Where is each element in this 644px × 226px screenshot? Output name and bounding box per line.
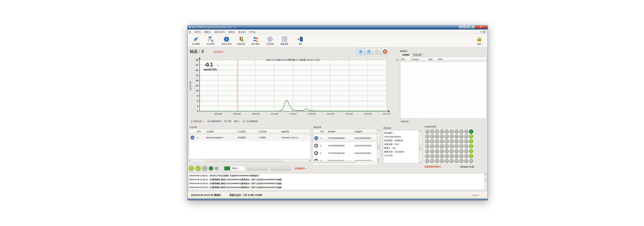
settings-chart-tool[interactable]: 设置 xyxy=(223,119,233,123)
event-log[interactable]: 2018-04-08 14:25:21：[5/02411706]方法操作 方法[… xyxy=(189,173,487,190)
well-D2[interactable]: D2 xyxy=(454,134,458,139)
close-run-button[interactable] xyxy=(382,48,389,55)
well-C6[interactable]: C6 xyxy=(459,154,464,158)
well-J2[interactable]: J2 xyxy=(425,134,429,139)
exit-button[interactable]: 退出 xyxy=(293,35,308,47)
well-G4[interactable]: G4 xyxy=(440,144,444,148)
mdi-minimize-button[interactable] xyxy=(480,32,482,32)
well-J4[interactable]: J4 xyxy=(425,144,429,148)
menu-item-settings[interactable]: 设置(S) xyxy=(226,30,236,34)
well-D7[interactable]: D7 xyxy=(454,159,458,163)
menu-item-file[interactable]: 文件(F) xyxy=(192,30,202,34)
stop-acquire-chart-tool[interactable]: 停止获取数据 xyxy=(241,119,259,123)
well-E2[interactable]: E2 xyxy=(450,134,454,139)
stop-run-button[interactable] xyxy=(357,48,365,55)
well-F4[interactable]: F4 xyxy=(445,144,449,148)
method-row[interactable]: 1ME201804080037样品测试TC测试2018/4/8 14:25:12 xyxy=(189,134,311,141)
well-J7[interactable]: J7 xyxy=(425,159,429,163)
well-A3[interactable]: A3 xyxy=(469,139,473,143)
well-A5[interactable]: A5 xyxy=(469,149,473,153)
menu-item-about[interactable]: 关于(A) xyxy=(247,30,258,34)
well-I5[interactable]: I5 xyxy=(430,149,434,153)
test-list-table[interactable]: 序号测试编号样品编号 1TS201804080098SA201803280001… xyxy=(313,129,377,161)
well-B5[interactable]: B5 xyxy=(464,149,468,153)
data-view-chart-tool[interactable]: 数据查看(D) xyxy=(206,119,223,123)
well-J3[interactable]: J3 xyxy=(425,139,429,143)
current-test-table[interactable]: 序号TC(mg/L)状态时间 xyxy=(400,57,487,119)
well-G6[interactable]: G6 xyxy=(440,154,444,158)
well-C7[interactable]: C7 xyxy=(459,159,464,163)
maximize-button[interactable] xyxy=(467,25,475,29)
well-A1[interactable]: A1 xyxy=(469,129,473,134)
well-E3[interactable]: E3 xyxy=(450,139,454,143)
well-B1[interactable]: B1 xyxy=(464,129,468,134)
well-J5[interactable]: J5 xyxy=(425,149,429,153)
menu-item-view[interactable]: 查看(V) xyxy=(202,30,212,34)
tab-current-test[interactable]: 当前测试 xyxy=(400,53,412,57)
stop-comm-button[interactable]: 停止通讯 xyxy=(189,35,203,47)
linear-settings-chart-tool[interactable]: 线性设置 xyxy=(189,119,205,123)
well-C4[interactable]: C4 xyxy=(459,144,464,148)
well-D1[interactable]: D1 xyxy=(454,129,458,134)
menu-item-window[interactable]: 窗口(W) xyxy=(236,30,247,34)
refresh-chart-tool[interactable]: 刷新 xyxy=(233,119,241,123)
data-view-button[interactable]: 数据查看 xyxy=(277,35,292,47)
well-H4[interactable]: H4 xyxy=(435,144,439,148)
method-list-table[interactable]: 序号方法编号方法类型方法名称创建日期 1ME201804080037样品测试TC… xyxy=(189,129,311,159)
well-I7[interactable]: I7 xyxy=(430,159,434,163)
tab-history[interactable]: 历史记录 xyxy=(412,53,423,57)
well-I3[interactable]: I3 xyxy=(430,139,434,143)
well-H7[interactable]: H7 xyxy=(435,159,439,163)
mdi-restore-button[interactable] xyxy=(483,31,485,33)
well-B3[interactable]: B3 xyxy=(464,139,468,143)
well-F7[interactable]: F7 xyxy=(445,159,449,163)
well-D6[interactable]: D6 xyxy=(454,154,458,158)
well-I2[interactable]: I2 xyxy=(430,134,434,139)
lock-button[interactable]: 锁定 xyxy=(472,35,486,47)
well-G3[interactable]: G3 xyxy=(440,139,444,143)
well-A4[interactable]: A4 xyxy=(469,144,473,148)
well-F1[interactable]: F1 xyxy=(445,129,449,134)
menu-item-tools[interactable]: 实用工具(T) xyxy=(212,30,226,34)
test-row[interactable]: 2TS201804080099SA201803310000 xyxy=(313,142,377,149)
well-C2[interactable]: C2 xyxy=(459,134,464,139)
well-E7[interactable]: E7 xyxy=(450,159,454,163)
well-E6[interactable]: E6 xyxy=(450,154,454,158)
collapse-chevron[interactable]: < xyxy=(396,59,398,62)
well-H2[interactable]: H2 xyxy=(435,134,439,139)
well-H6[interactable]: H6 xyxy=(435,154,439,158)
well-G1[interactable]: G1 xyxy=(440,129,444,134)
test-row[interactable]: 3TS201804080100SA201803310001 xyxy=(313,149,377,157)
well-G5[interactable]: G5 xyxy=(440,149,444,153)
well-I1[interactable]: I1 xyxy=(430,129,434,134)
well-C3[interactable]: C3 xyxy=(459,139,464,143)
method-list-hscrollbar[interactable] xyxy=(189,159,311,162)
play-run-button[interactable] xyxy=(373,48,381,55)
sampling-point-manage-button[interactable]: i取样点管理 xyxy=(219,35,234,47)
well-B4[interactable]: B4 xyxy=(464,144,468,148)
log-vscrollbar[interactable] xyxy=(484,173,487,190)
well-A2[interactable]: A2 xyxy=(469,134,473,139)
title-bar[interactable]: 泰林总有机碳分析系统软件[zt\by\h]照例 - [站点：5] xyxy=(188,25,488,30)
well-J6[interactable]: J6 xyxy=(425,154,429,158)
well-H3[interactable]: H3 xyxy=(435,139,439,143)
well-A6[interactable]: A6 xyxy=(469,154,473,158)
well-H1[interactable]: H1 xyxy=(435,129,439,134)
well-F5[interactable]: F5 xyxy=(445,149,449,153)
well-C5[interactable]: C5 xyxy=(459,149,464,153)
well-B2[interactable]: B2 xyxy=(464,134,468,139)
minimize-button[interactable] xyxy=(458,25,467,29)
well-G2[interactable]: G2 xyxy=(440,134,444,139)
well-C1[interactable]: C1 xyxy=(459,129,464,134)
well-F3[interactable]: F3 xyxy=(445,139,449,143)
well-F2[interactable]: F2 xyxy=(445,134,449,139)
well-D3[interactable]: D3 xyxy=(454,139,458,143)
well-D4[interactable]: D4 xyxy=(454,144,458,148)
test-list-hscrollbar[interactable] xyxy=(313,161,380,163)
well-B6[interactable]: B6 xyxy=(464,154,468,158)
test-row[interactable]: 1TS201804080098SA201803280001 xyxy=(313,134,377,142)
site-manage-button[interactable]: 站点管理 xyxy=(203,35,218,47)
well-I6[interactable]: I6 xyxy=(430,154,434,158)
sample-manage-button[interactable]: 样品管理 xyxy=(234,35,248,47)
sample-info-vscrollbar[interactable] xyxy=(419,130,422,163)
